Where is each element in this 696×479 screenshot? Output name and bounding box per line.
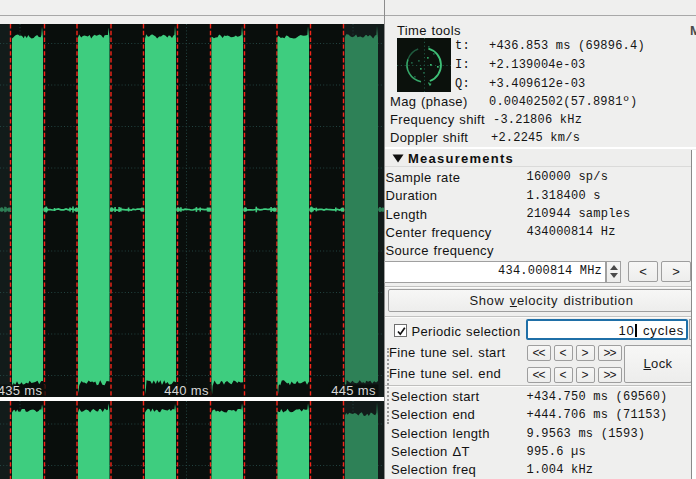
svg-text:435 ms: 435 ms [0, 383, 42, 397]
svg-text:440 ms: 440 ms [164, 383, 209, 397]
svg-text:445 ms: 445 ms [331, 383, 376, 397]
